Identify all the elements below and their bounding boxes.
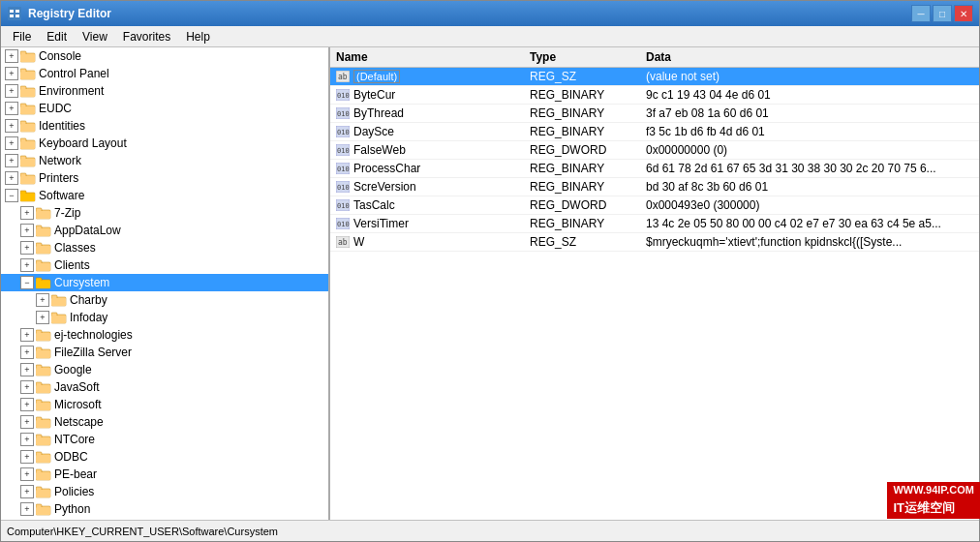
reg-type-icon-6: 010 [336, 181, 350, 193]
row-type-7: REG_DWORD [530, 198, 646, 212]
tree-node-identities[interactable]: + Identities [1, 117, 328, 135]
menu-help[interactable]: Help [178, 28, 218, 45]
tree-expander-charby[interactable]: + [36, 293, 49, 307]
tree-expander-7-zip[interactable]: + [20, 206, 34, 220]
menu-favorites[interactable]: Favorites [115, 28, 178, 45]
row-data-5: 6d 61 78 2d 61 67 65 3d 31 30 38 30 30 2… [646, 162, 973, 175]
svg-rect-3 [10, 15, 14, 17]
tree-expander-environment[interactable]: + [5, 84, 18, 98]
detail-row[interactable]: ab WREG_SZ$mryeckuqmh='xtievt';function … [330, 233, 979, 252]
close-button[interactable]: ✕ [954, 5, 973, 22]
tree-node-control-panel[interactable]: + Control Panel [1, 65, 328, 82]
row-name-0: ab (Default) [336, 70, 530, 83]
menu-edit[interactable]: Edit [39, 28, 75, 45]
tree-node-7-zip[interactable]: + 7-Zip [1, 204, 328, 222]
maximize-button[interactable]: □ [933, 5, 952, 22]
tree-expander-software[interactable]: − [5, 189, 18, 202]
tree-node-classes[interactable]: + Classes [1, 239, 328, 256]
tree-node-environment[interactable]: + Environment [1, 82, 328, 100]
svg-rect-49 [51, 298, 66, 306]
tree-node-keyboard-layout[interactable]: + Keyboard Layout [1, 135, 328, 152]
tree-node-javasoft[interactable]: + JavaSoft [1, 378, 328, 396]
svg-text:010: 010 [337, 184, 350, 192]
tree-node-charby[interactable]: + Charby [1, 291, 328, 309]
tree-expander-python[interactable]: + [20, 502, 34, 516]
tree-node-software[interactable]: − Software [1, 187, 328, 204]
detail-row[interactable]: 010 TasCalcREG_DWORD0x000493e0 (300000) [330, 196, 979, 215]
tree-expander-google[interactable]: + [20, 363, 34, 376]
tree-expander-control-panel[interactable]: + [5, 67, 18, 80]
tree-label-eudc: EUDC [39, 102, 72, 115]
minimize-button[interactable]: ─ [911, 5, 931, 22]
tree-expander-microsoft[interactable]: + [20, 398, 34, 411]
detail-row[interactable]: 010 ByteCurREG_BINARY9c c1 19 43 04 4e d… [330, 86, 979, 105]
tree-node-filezilla-server[interactable]: + FileZilla Server [1, 344, 328, 361]
tree-expander-ej-technologies[interactable]: + [20, 328, 34, 342]
tree-node-python[interactable]: + Python [1, 500, 328, 518]
tree-label-policies: Policies [54, 485, 94, 498]
folder-icon-environment [20, 84, 36, 98]
tree-node-printers[interactable]: + Printers [1, 169, 328, 187]
detail-row[interactable]: 010 DaySceREG_BINARYf3 5c 1b d6 fb 4d d6… [330, 123, 979, 141]
tree-node-ej-technologies[interactable]: + ej-technologies [1, 326, 328, 344]
menu-file[interactable]: File [5, 28, 39, 45]
row-name-2: 010 ByThread [336, 106, 530, 120]
row-data-9: $mryeckuqmh='xtievt';function kpidnskcl{… [646, 235, 973, 249]
tree-expander-network[interactable]: + [5, 154, 18, 167]
tree-node-cursystem[interactable]: − Cursystem [1, 274, 328, 291]
title-bar-left: Registry Editor [7, 6, 111, 21]
tree-expander-ntcore[interactable]: + [20, 433, 34, 446]
svg-rect-73 [36, 437, 50, 445]
svg-rect-52 [51, 316, 66, 323]
tree-node-microsoft[interactable]: + Microsoft [1, 396, 328, 413]
tree-node-clients[interactable]: + Clients [1, 256, 328, 274]
detail-row[interactable]: 010 ByThreadREG_BINARY3f a7 eb 08 1a 60 … [330, 105, 979, 123]
tree-label-control-panel: Control Panel [39, 67, 109, 80]
folder-icon-charby [51, 293, 67, 307]
tree-expander-policies[interactable]: + [20, 485, 34, 498]
svg-text:ab: ab [338, 73, 348, 81]
row-type-6: REG_BINARY [530, 180, 646, 194]
folder-icon-control-panel [20, 67, 36, 80]
tree-node-pe-bear[interactable]: + PE-bear [1, 466, 328, 483]
row-name-text-3: DaySce [353, 125, 394, 138]
tree-expander-pe-bear[interactable]: + [20, 467, 34, 481]
tree-expander-printers[interactable]: + [5, 171, 18, 185]
tree-expander-cursystem[interactable]: − [20, 276, 34, 289]
tree-expander-identities[interactable]: + [5, 119, 18, 133]
tree-pane[interactable]: + Console+ Control Panel+ Environment+ E… [1, 47, 330, 520]
row-name-3: 010 DaySce [336, 125, 530, 138]
tree-node-console[interactable]: + Console [1, 47, 328, 65]
tree-node-netscape[interactable]: + Netscape [1, 413, 328, 431]
tree-expander-infoday[interactable]: + [36, 311, 49, 324]
tree-expander-keyboard-layout[interactable]: + [5, 136, 18, 150]
tree-node-infoday[interactable]: + Infoday [1, 309, 328, 326]
tree-expander-console[interactable]: + [5, 49, 18, 63]
svg-text:010: 010 [337, 166, 350, 173]
tree-expander-filezilla-server[interactable]: + [20, 346, 34, 359]
detail-row[interactable]: 010 ProcessCharREG_BINARY6d 61 78 2d 61 … [330, 160, 979, 178]
detail-row[interactable]: 010 VersiTimerREG_BINARY13 4c 2e 05 50 8… [330, 215, 979, 233]
tree-expander-odbc[interactable]: + [20, 450, 34, 464]
detail-row[interactable]: 010 ScreVersionREG_BINARYbd 30 af 8c 3b … [330, 178, 979, 196]
tree-node-network[interactable]: + Network [1, 152, 328, 169]
detail-row[interactable]: 010 FalseWebREG_DWORD0x00000000 (0) [330, 141, 979, 160]
tree-expander-clients[interactable]: + [20, 258, 34, 272]
svg-rect-31 [20, 194, 35, 201]
detail-row[interactable]: ab (Default)REG_SZ(value not set) [330, 68, 979, 86]
menu-view[interactable]: View [75, 28, 115, 45]
row-data-1: 9c c1 19 43 04 4e d6 01 [646, 88, 973, 102]
tree-expander-eudc[interactable]: + [5, 102, 18, 115]
tree-expander-appdatalow[interactable]: + [20, 224, 34, 237]
row-name-text-0: (Default) [353, 70, 400, 83]
tree-node-policies[interactable]: + Policies [1, 483, 328, 500]
tree-expander-netscape[interactable]: + [20, 415, 34, 429]
tree-node-eudc[interactable]: + EUDC [1, 100, 328, 117]
tree-node-ntcore[interactable]: + NTCore [1, 431, 328, 448]
tree-expander-classes[interactable]: + [20, 241, 34, 255]
tree-node-google[interactable]: + Google [1, 361, 328, 378]
tree-node-odbc[interactable]: + ODBC [1, 448, 328, 466]
tree-node-appdatalow[interactable]: + AppDataLow [1, 222, 328, 239]
tree-expander-javasoft[interactable]: + [20, 380, 34, 394]
col-type: Type [530, 50, 646, 64]
